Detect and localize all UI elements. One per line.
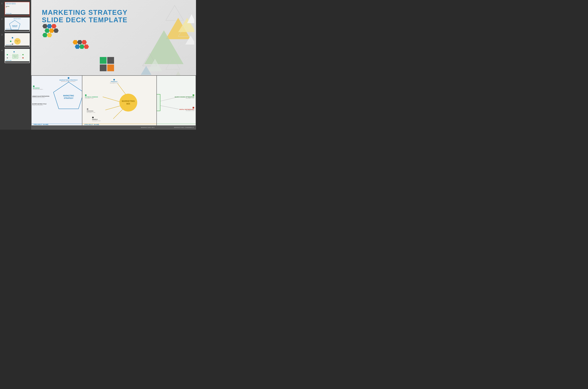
svg-marker-31 <box>42 33 48 37</box>
slide-thumbnail-4[interactable]: MARKETING CHANNELS PROJECT NAME <box>5 49 30 63</box>
slide-title-line1: MARKETING STRATEGY <box>42 9 128 16</box>
svg-line-11 <box>13 43 15 44</box>
svg-rect-12 <box>13 55 18 58</box>
slide-title-block: MARKETING STRATEGY SLIDE DECK TEMPLATE <box>42 9 128 24</box>
svg-rect-16 <box>7 54 8 55</box>
svg-marker-38 <box>84 44 89 49</box>
svg-line-70 <box>160 106 179 109</box>
svg-point-8 <box>12 43 13 45</box>
s4-seo-node: SEARCH ENGINE OPTIMIZATION Description |… <box>175 95 194 99</box>
slide-number-2: 2 <box>1 18 3 20</box>
svg-line-64 <box>105 106 121 110</box>
slide-thumb-4[interactable]: 4 MARKETING CHANNELS <box>1 49 30 63</box>
slide-number-3: 3 <box>1 34 3 36</box>
thumb-project-3: PROJECT NAME <box>6 44 12 45</box>
svg-text:STRATEGY: STRATEGY <box>12 26 17 27</box>
svg-marker-53 <box>187 14 194 23</box>
primary-slide: MARKETING STRATEGY SLIDE DECK TEMPLATE P… <box>31 0 196 130</box>
svg-line-63 <box>103 97 121 102</box>
svg-rect-18 <box>22 54 24 55</box>
svg-point-7 <box>10 41 11 42</box>
thumb-project-2: PROJECT NAME <box>6 29 12 30</box>
svg-line-22 <box>8 57 13 58</box>
svg-marker-26 <box>47 24 52 28</box>
svg-text:CHANNELS: CHANNELS <box>13 57 17 58</box>
svg-point-6 <box>12 37 13 38</box>
svg-text:MARKETING: MARKETING <box>13 55 17 56</box>
svg-marker-27 <box>51 24 57 28</box>
slide-number-4: 4 <box>1 50 3 51</box>
s3-physical-evidence-node: PHYSICAL EVIDENCE Description | Cost <box>85 95 98 99</box>
slide-number-1: 1 <box>1 2 3 4</box>
svg-text:MIX: MIX <box>17 41 18 42</box>
slide-thumbnail-2[interactable]: MARKETING STRATEGY MARKETING STRATEGY PR… <box>5 17 30 32</box>
svg-marker-35 <box>82 40 87 44</box>
svg-marker-32 <box>47 33 52 37</box>
slide-thumb-3[interactable]: 3 MARKETING MIX PROJECT NAME <box>1 33 30 47</box>
svg-marker-28 <box>44 29 50 33</box>
slide-thumbnail-1[interactable]: MARKETING STRATEGYSLIDE DECK TEMPLATE PR… <box>5 2 30 16</box>
s3-process-node: PROCESS Description | Cost <box>87 108 95 113</box>
thumb-title-1: MARKETING STRATEGYSLIDE DECK TEMPLATE <box>6 3 16 5</box>
slide-marketing-mix: MARKETING MIX <box>82 75 157 130</box>
s3-product-node: PRODUCT Description | Cost <box>110 79 118 84</box>
svg-marker-33 <box>73 40 78 44</box>
svg-marker-36 <box>75 44 80 49</box>
main-content: MARKETING STRATEGY SLIDE DECK TEMPLATE P… <box>31 0 196 130</box>
thumb-project-1: PROJECT NAME <box>6 13 12 14</box>
svg-text:STRATEGY: STRATEGY <box>64 97 73 99</box>
s3-center-text-line2: MIX <box>126 103 130 105</box>
slide-thumb-1[interactable]: 1 MARKETING STRATEGYSLIDE DECK TEMPLATE … <box>1 2 30 16</box>
thumb-footer-3 <box>5 46 29 47</box>
svg-rect-17 <box>7 57 8 58</box>
svg-marker-52 <box>183 4 194 13</box>
s3-center-text-line1: MARKETING <box>122 100 135 102</box>
thumb-project-4: PROJECT NAME <box>6 60 12 61</box>
thumb-footer-2 <box>5 30 29 31</box>
s2-buying-cycle-node: BUYER'S BUYING CYCLE Buying cycle descri… <box>32 103 46 106</box>
svg-text:MARKETING: MARKETING <box>63 95 74 97</box>
svg-rect-39 <box>100 57 106 64</box>
s2-branding-node: BRANDING Branding description... <box>33 86 44 90</box>
svg-rect-19 <box>22 57 24 58</box>
thumb-footer-4 <box>5 61 29 63</box>
svg-marker-25 <box>42 24 48 28</box>
hex-cluster-top <box>40 23 65 42</box>
sq-cluster <box>100 57 118 72</box>
s2-project-name: PROJECT NAME <box>34 124 49 125</box>
slide-title-line2: SLIDE DECK TEMPLATE <box>42 16 128 24</box>
svg-line-23 <box>18 55 22 56</box>
slide-thumbnail-3[interactable]: MARKETING MIX PROJECT NAME <box>5 33 30 47</box>
svg-text:MARKETING: MARKETING <box>15 40 20 41</box>
slide-thumb-2[interactable]: 2 MARKETING STRATEGY MARKETING STRATEGY … <box>1 17 30 32</box>
svg-marker-29 <box>49 29 54 33</box>
svg-rect-42 <box>107 65 114 71</box>
s3-people-node: PEOPLE Description | Cost <box>92 117 101 121</box>
svg-rect-15 <box>14 51 15 52</box>
s4-digital-node: DIGITAL PARTNERSHIPS Description | Cost <box>179 107 194 111</box>
bottom-slides: MARKETING STRATEGY Marketing strategy de… <box>31 74 196 130</box>
svg-line-24 <box>18 57 22 58</box>
s2-value-prop-node: UNIQUE VALUE PROPOSITION Value propositi… <box>32 96 49 98</box>
svg-marker-43 <box>166 5 183 21</box>
svg-line-21 <box>8 55 13 56</box>
svg-line-65 <box>113 109 123 119</box>
svg-marker-34 <box>77 40 82 44</box>
hex-cluster-bottom <box>70 39 92 56</box>
svg-marker-37 <box>79 44 84 49</box>
slide-panel: 1 MARKETING STRATEGYSLIDE DECK TEMPLATE … <box>0 0 31 130</box>
svg-marker-30 <box>53 29 59 33</box>
thumb-footer-1 <box>5 14 29 16</box>
svg-rect-41 <box>100 65 106 71</box>
svg-rect-40 <box>107 57 114 64</box>
svg-line-9 <box>13 38 15 39</box>
